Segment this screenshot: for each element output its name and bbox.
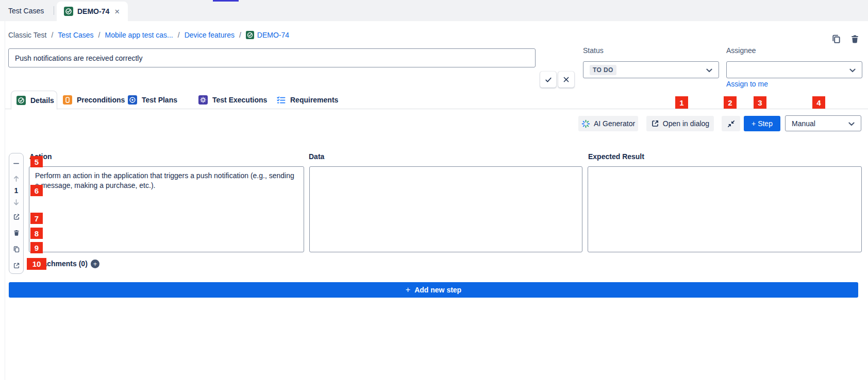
test-plan-icon — [128, 95, 137, 105]
add-new-step-button[interactable]: + Add new step — [9, 282, 858, 298]
duplicate-step-button[interactable] — [9, 244, 23, 255]
test-execution-icon — [198, 95, 208, 105]
annotation-badge-2: 2 — [724, 96, 737, 109]
ai-sparkle-icon — [581, 119, 590, 128]
annotation-badge-6: 6 — [30, 185, 43, 196]
edit-step-button[interactable] — [9, 211, 23, 222]
cancel-title-button[interactable] — [558, 72, 574, 88]
move-step-up-button[interactable] — [9, 173, 23, 184]
column-header-expected-result: Expected Result — [588, 152, 644, 161]
requirements-checklist-icon — [277, 96, 286, 105]
plus-icon: + — [406, 285, 410, 295]
test-case-icon — [64, 7, 73, 16]
status-select[interactable]: TO DO — [583, 61, 719, 78]
test-title-input[interactable] — [8, 48, 536, 67]
open-step-button[interactable] — [9, 260, 23, 271]
breadcrumb-classic-test: Classic Test — [8, 31, 46, 39]
close-icon — [563, 76, 570, 83]
precondition-icon — [63, 95, 72, 105]
status-badge: TO DO — [590, 65, 616, 75]
minus-icon — [13, 160, 20, 167]
breadcrumb-separator: / — [98, 31, 101, 39]
plus-icon: + — [93, 261, 97, 267]
assign-to-me-link[interactable]: Assign to me — [726, 80, 768, 88]
left-divider-line — [5, 21, 5, 380]
chevron-down-icon — [849, 68, 856, 73]
step-type-select[interactable]: Manual — [785, 115, 861, 131]
breadcrumb-separator: / — [51, 31, 53, 39]
annotation-badge-10: 10 — [27, 258, 46, 270]
annotation-badge-8: 8 — [30, 228, 43, 239]
breadcrumb: Classic Test / Test Cases / Mobile app t… — [8, 29, 289, 41]
trash-icon — [850, 34, 860, 44]
collapse-steps-button[interactable] — [722, 116, 740, 131]
add-new-step-label: Add new step — [414, 286, 461, 294]
external-link-icon — [13, 262, 20, 269]
breadcrumb-separator: / — [239, 31, 241, 39]
open-in-dialog-button[interactable]: Open in dialog — [646, 116, 714, 131]
annotation-badge-1: 1 — [675, 96, 688, 109]
collapse-step-button[interactable] — [9, 158, 23, 169]
annotation-badge-3: 3 — [754, 96, 766, 109]
annotation-badge-7: 7 — [30, 213, 43, 224]
breadcrumb-demo-74-label: DEMO-74 — [257, 31, 289, 39]
copy-test-button[interactable] — [830, 32, 842, 45]
annotation-badge-9: 9 — [30, 242, 43, 253]
tab-test-executions[interactable]: Test Executions — [198, 91, 267, 109]
annotation-badge-4: 4 — [812, 96, 825, 109]
add-step-button-label: + Step — [752, 119, 773, 128]
tab-details-label: Details — [30, 96, 54, 105]
step-expected-result-textarea[interactable] — [588, 166, 862, 252]
confirm-title-button[interactable] — [540, 72, 556, 88]
column-header-data: Data — [309, 152, 324, 161]
collapse-arrows-icon — [727, 120, 735, 128]
step-actions-rail: 1 — [9, 153, 24, 274]
breadcrumb-device-features[interactable]: Device features — [185, 31, 235, 39]
add-step-button[interactable]: + Step — [744, 116, 780, 131]
breadcrumb-separator: / — [178, 31, 180, 39]
tab-details[interactable]: Details — [11, 91, 57, 110]
step-data-textarea[interactable] — [309, 166, 582, 252]
annotation-badge-5: 5 — [30, 156, 43, 167]
tab-preconditions-label: Preconditions — [77, 96, 125, 104]
step-number: 1 — [9, 185, 23, 196]
open-in-dialog-label: Open in dialog — [663, 119, 709, 128]
delete-step-button[interactable] — [9, 227, 23, 238]
close-tab-icon[interactable]: × — [113, 7, 121, 16]
ai-generator-label: AI Generator — [594, 119, 635, 128]
chevron-down-icon — [706, 68, 712, 73]
tab-requirements-label: Requirements — [290, 96, 338, 104]
tab-test-plans[interactable]: Test Plans — [128, 91, 177, 109]
tab-requirements[interactable]: Requirements — [277, 91, 338, 109]
tab-demo-74-label: DEMO-74 — [77, 7, 109, 15]
step-action-textarea[interactable]: Perform an action in the application tha… — [29, 166, 304, 252]
check-icon — [545, 76, 552, 83]
breadcrumb-demo-74[interactable]: DEMO-74 — [246, 31, 289, 39]
breadcrumb-mobile-app-folder[interactable]: Mobile app test cas... — [105, 31, 173, 39]
assignee-label: Assignee — [726, 46, 756, 55]
step-type-value: Manual — [792, 119, 815, 128]
edit-icon — [13, 213, 20, 220]
move-step-down-button[interactable] — [9, 197, 23, 208]
assignee-select[interactable] — [726, 61, 862, 78]
chevron-down-icon — [848, 122, 855, 126]
tab-test-executions-label: Test Executions — [212, 96, 267, 104]
tab-test-plans-label: Test Plans — [142, 96, 177, 104]
tab-demo-74[interactable]: DEMO-74 × — [57, 2, 128, 21]
delete-test-button[interactable] — [848, 32, 861, 45]
add-attachment-button[interactable]: + — [91, 260, 99, 268]
tab-preconditions[interactable]: Preconditions — [63, 91, 125, 109]
tab-test-cases-label: Test Cases — [8, 7, 44, 15]
copy-icon — [13, 246, 20, 253]
open-dialog-icon — [651, 119, 659, 128]
top-progress-bar — [213, 0, 239, 2]
trash-icon — [13, 229, 20, 236]
test-case-icon — [246, 31, 254, 39]
tab-divider — [54, 6, 54, 15]
tab-test-cases[interactable]: Test Cases — [0, 0, 52, 21]
test-case-icon — [16, 96, 26, 105]
ai-generator-button[interactable]: AI Generator — [578, 116, 638, 131]
breadcrumb-test-cases[interactable]: Test Cases — [58, 31, 93, 39]
arrow-up-icon — [13, 175, 20, 182]
status-label: Status — [583, 46, 604, 55]
